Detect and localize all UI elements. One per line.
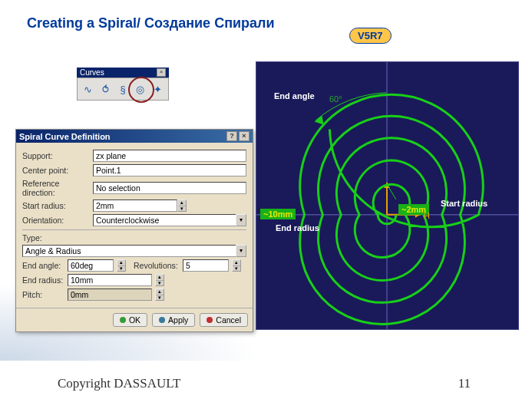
end-angle-label: End angle bbox=[274, 91, 315, 101]
cancel-button[interactable]: Cancel bbox=[200, 313, 248, 327]
end-angle-value: 60° bbox=[329, 94, 342, 104]
start-radius-label: Start radius bbox=[441, 199, 487, 208]
endr-input[interactable]: 10mm bbox=[68, 274, 152, 286]
pitch-spinner: ▴▾ bbox=[155, 289, 164, 301]
revs-label: Revolutions: bbox=[134, 261, 180, 270]
revs-input[interactable]: 5 bbox=[183, 259, 229, 272]
page-number: 11 bbox=[458, 376, 471, 391]
endr-spinner[interactable]: ▴▾ bbox=[155, 274, 164, 286]
type-label: Type: bbox=[22, 233, 49, 242]
dialog-title: Spiral Curve Definition bbox=[19, 132, 111, 141]
refdir-input[interactable]: No selection bbox=[93, 182, 246, 194]
startr-label: Start radius: bbox=[22, 201, 93, 210]
curve-tool-2[interactable]: ⥀ bbox=[97, 81, 114, 97]
axis-h-label: H bbox=[424, 211, 430, 220]
close-button[interactable]: × bbox=[239, 131, 249, 141]
copyright-text: Copyright DASSAULT bbox=[58, 376, 180, 391]
help-button[interactable]: ? bbox=[226, 131, 237, 141]
spiral-graphic bbox=[256, 62, 518, 329]
svg-marker-6 bbox=[315, 116, 324, 125]
revs-spinner[interactable]: ▴▾ bbox=[232, 259, 241, 272]
spiral-preview-viewport: End angle 60° Start radius End radius ~1… bbox=[256, 61, 519, 330]
spiral-definition-dialog: Spiral Curve Definition ? × Support: zx … bbox=[15, 129, 253, 332]
support-label: Support: bbox=[22, 151, 93, 160]
curve-tool-1[interactable]: ∿ bbox=[80, 81, 96, 97]
pitch-label: Pitch: bbox=[22, 290, 64, 299]
orient-label: Orientation: bbox=[22, 216, 93, 225]
chevron-down-icon[interactable]: ▾ bbox=[236, 214, 246, 226]
toolbar-title: Curves bbox=[80, 68, 104, 77]
pitch-input: 0mm bbox=[68, 289, 152, 301]
end-radius-label: End radius bbox=[276, 223, 319, 232]
center-label: Center point: bbox=[22, 166, 93, 175]
endang-label: End angle: bbox=[22, 261, 64, 270]
support-input[interactable]: zx plane bbox=[93, 150, 246, 162]
close-icon[interactable]: × bbox=[157, 68, 166, 77]
endang-input[interactable]: 60deg bbox=[68, 259, 114, 272]
apply-button[interactable]: Apply bbox=[152, 313, 195, 327]
endang-spinner[interactable]: ▴▾ bbox=[117, 259, 126, 272]
endr-label: End radius: bbox=[22, 275, 64, 285]
version-badge: V5R7 bbox=[349, 28, 392, 44]
ok-button[interactable]: OK bbox=[113, 313, 147, 327]
end-radius-value: ~10mm bbox=[260, 209, 296, 219]
startr-spinner[interactable]: ▴▾ bbox=[177, 200, 187, 212]
startr-input[interactable]: 2mm bbox=[93, 200, 177, 212]
refdir-label: Reference direction: bbox=[22, 179, 93, 197]
spiral-tool[interactable]: ◎ bbox=[132, 81, 148, 97]
chevron-down-icon[interactable]: ▾ bbox=[236, 245, 246, 257]
type-select[interactable]: Angle & Radius bbox=[22, 245, 236, 257]
svg-line-7 bbox=[387, 184, 396, 200]
curves-toolbar: Curves × ∿ ⥀ § ◎ ✦ bbox=[77, 68, 169, 102]
orient-select[interactable]: Counterclockwise bbox=[93, 214, 236, 226]
center-input[interactable]: Point.1 bbox=[93, 164, 246, 176]
page-title: Creating a Spiral/ Создание Спирали bbox=[27, 15, 275, 31]
